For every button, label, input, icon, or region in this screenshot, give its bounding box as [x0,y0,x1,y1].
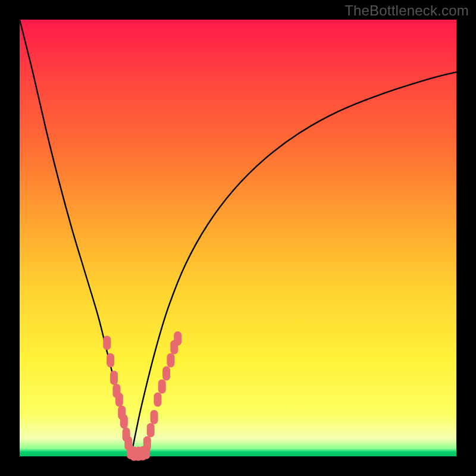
marker [151,410,158,424]
chart-stage: TheBottleneck.com [0,0,476,476]
right-curve [131,72,456,456]
marker [110,371,118,385]
marker [143,436,151,450]
marker [167,353,174,368]
marker [147,423,155,437]
chart-svg [20,20,456,456]
markers-group [103,331,181,461]
marker [120,414,128,428]
marker [115,393,123,407]
marker [103,336,111,350]
marker [154,393,161,407]
marker [107,353,114,368]
marker [158,380,166,394]
plot-area [20,20,456,456]
marker [162,367,170,381]
watermark-text: TheBottleneck.com [345,2,469,19]
marker [174,331,181,346]
